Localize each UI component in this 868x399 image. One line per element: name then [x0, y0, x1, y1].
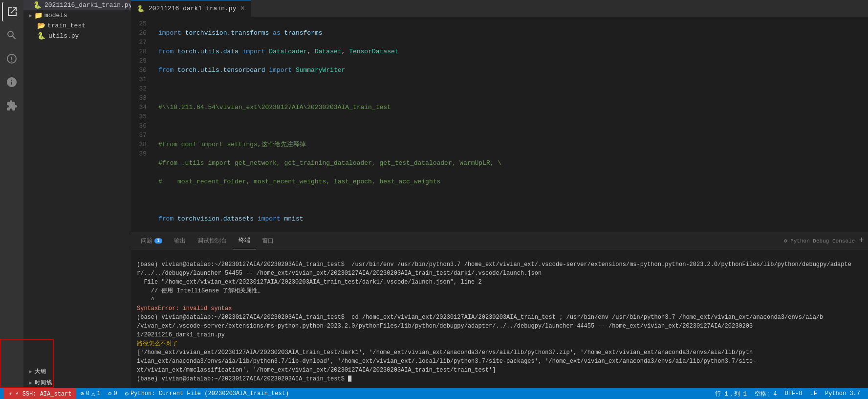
activity-bar — [0, 0, 23, 388]
activity-extensions-icon[interactable] — [2, 96, 22, 115]
add-terminal-icon[interactable]: + — [859, 236, 864, 245]
code-line-30 — [158, 121, 868, 131]
warning-icon: △ — [91, 390, 95, 398]
status-errors[interactable]: ⊗ 0 △ 1 — [76, 388, 104, 399]
activity-git-icon[interactable] — [2, 49, 22, 68]
python-env-icon: ⚙ — [125, 390, 129, 398]
debug-console-label: 调试控制台 — [197, 237, 227, 245]
tab-py-icon: 🐍 — [137, 5, 145, 13]
tab-bar: 🐍 20211216_dark1_train.py × — [131, 0, 868, 17]
panel-tab-output[interactable]: 输出 — [168, 232, 192, 249]
eol-label: LF — [810, 390, 817, 397]
code-line-29: #\\10.211.64.54\vivian_ext\20230127AIA\2… — [158, 103, 868, 112]
problems-label: 问题 — [141, 237, 152, 245]
activity-explorer-icon[interactable] — [2, 2, 22, 22]
error-icon: ⊗ — [80, 390, 84, 398]
outline-label: 大纲 — [35, 368, 46, 375]
timeline-label: 时间线 — [35, 379, 52, 386]
code-line-35: from torchvision.datasets import mnist — [158, 214, 868, 223]
editor-tab-train-py[interactable]: 🐍 20211216_dark1_train.py × — [131, 0, 251, 17]
status-ssh[interactable]: ⚡ ⚡ SSH: AIA_start — [4, 388, 76, 399]
editor-area: 🐍 20211216_dark1_train.py × 25 26 27 28 … — [131, 0, 868, 388]
sidebar-foldername-train-test: train_test — [47, 22, 86, 29]
encoding-label: UTF-8 — [785, 390, 803, 397]
tab-filename: 20211216_dark1_train.py — [149, 5, 236, 12]
python-debug-console-label: ⚙ Python Debug Console — [784, 238, 855, 244]
language-label: Python 3.7 — [825, 390, 860, 397]
status-right: 行 1，列 1 空格: 4 UTF-8 LF Python 3.7 — [711, 388, 864, 399]
outline-chevron-icon: ▶ — [29, 369, 33, 375]
status-python-env[interactable]: ⚙ Python: Current File (20230203AIA_trai… — [121, 388, 293, 399]
warning2-icon: ⊘ — [108, 390, 111, 398]
code-line-27: from torch.utils.tensorboard import Summ… — [158, 66, 868, 75]
output-label: 输出 — [174, 237, 186, 245]
panel-tab-problems[interactable]: 问题 1 — [135, 232, 168, 249]
ssh-label: ⚡ SSH: AIA_start — [15, 390, 71, 398]
chevron-right-icon: ▶ — [29, 13, 32, 19]
code-content[interactable]: import torchvision.transforms as transfo… — [154, 19, 868, 230]
activity-search-icon[interactable] — [2, 25, 22, 45]
spaces-label: 空格: 4 — [755, 390, 777, 398]
timeline-section-header[interactable]: ▶ 时间线 — [23, 377, 131, 388]
line-col-label: 行 1，列 1 — [715, 390, 747, 398]
panel-actions: ⚙ Python Debug Console + — [784, 236, 864, 245]
status-line-col[interactable]: 行 1，列 1 — [711, 388, 751, 399]
sidebar-foldername-models: models — [44, 12, 67, 19]
code-line-28 — [158, 84, 868, 93]
code-editor[interactable]: 25 26 27 28 29 30 31 32 33 34 35 36 37 3… — [131, 17, 868, 232]
timeline-chevron-icon: ▶ — [29, 380, 33, 386]
problems-badge: 1 — [154, 238, 162, 244]
panel-tab-terminal[interactable]: 终端 — [233, 232, 256, 249]
panel: 问题 1 输出 调试控制台 终端 窗口 ⚙ Python Debug Conso… — [131, 232, 868, 388]
activity-debug-icon[interactable] — [2, 72, 22, 92]
status-encoding[interactable]: UTF-8 — [781, 388, 806, 399]
panel-tab-window[interactable]: 窗口 — [256, 232, 280, 249]
sidebar-item-utils-py[interactable]: 🐍 utils.py — [23, 31, 131, 41]
panel-tabs: 问题 1 输出 调试控制台 终端 窗口 ⚙ Python Debug Conso… — [131, 232, 868, 249]
line-numbers: 25 26 27 28 29 30 31 32 33 34 35 36 37 3… — [131, 19, 154, 230]
tab-close-icon[interactable]: × — [240, 4, 245, 13]
folder-icon-models: 📁 — [34, 11, 43, 20]
window-label: 窗口 — [262, 237, 274, 245]
status-language[interactable]: Python 3.7 — [821, 388, 864, 399]
panel-tab-debug-console[interactable]: 调试控制台 — [192, 232, 233, 249]
warning-count: 1 — [97, 390, 100, 397]
outline-section-header[interactable]: ▶ 大纲 — [23, 366, 131, 377]
py-file-icon: 🐍 — [33, 1, 42, 9]
folder-icon-train-test: 📂 — [37, 22, 45, 30]
code-line-34 — [158, 196, 868, 205]
code-line-25: import torchvision.transforms as transfo… — [158, 28, 868, 38]
sidebar-item-train-test[interactable]: 📂 train_test — [23, 21, 131, 31]
code-line-32: #from .utils import get_network, get_tra… — [158, 158, 868, 168]
status-spaces[interactable]: 空格: 4 — [751, 388, 781, 399]
code-line-31: #from conf import settings,这个给先注释掉 — [158, 140, 868, 149]
warning2-count: 0 — [114, 390, 117, 397]
python-env-label: Python: Current File (20230203AIA_train_… — [130, 390, 289, 397]
status-warnings2[interactable]: ⊘ 0 — [104, 388, 121, 399]
sidebar-item-train-py[interactable]: 🐍 20211216_dark1_train.py — [23, 0, 131, 10]
terminal-content[interactable]: (base) vivian@datalab:~/20230127AIA/2023… — [131, 249, 868, 388]
ssh-icon: ⚡ — [9, 390, 12, 398]
terminal-label: 终端 — [239, 236, 250, 244]
main-container: 🐍 20211216_dark1_train.py ▶ 📁 models 📂 t… — [0, 0, 868, 388]
code-line-33: # most_recent_folder, most_recent_weight… — [158, 177, 868, 186]
status-bar: ⚡ ⚡ SSH: AIA_start ⊗ 0 △ 1 ⊘ 0 ⚙ Python:… — [0, 388, 868, 399]
error-count: 0 — [86, 390, 89, 397]
sidebar: 🐍 20211216_dark1_train.py ▶ 📁 models 📂 t… — [23, 0, 131, 388]
code-line-26: from torch.utils.data import DataLoader,… — [158, 47, 868, 56]
sidebar-filename-train: 20211216_dark1_train.py — [44, 1, 131, 9]
sidebar-item-models[interactable]: ▶ 📁 models — [23, 10, 131, 21]
sidebar-filename-utils: utils.py — [48, 32, 79, 40]
status-eol[interactable]: LF — [806, 388, 821, 399]
py-file-icon-utils: 🐍 — [37, 32, 45, 40]
